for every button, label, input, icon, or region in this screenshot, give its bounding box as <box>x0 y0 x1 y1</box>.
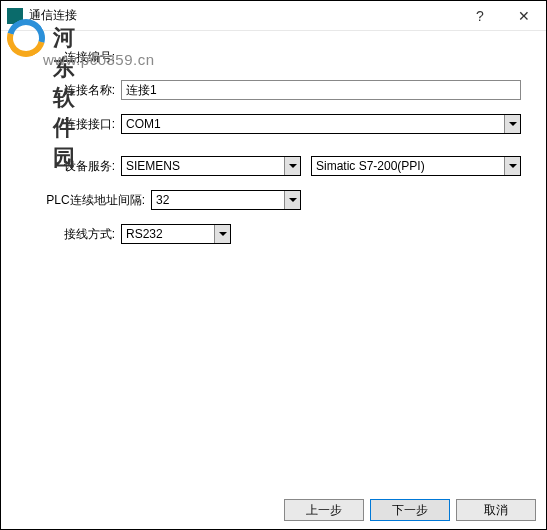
cancel-button[interactable]: 取消 <box>456 499 536 521</box>
conn-name-input[interactable] <box>121 80 521 100</box>
chevron-down-icon[interactable] <box>284 157 300 175</box>
wiring-mode-label: 接线方式: <box>21 226 121 243</box>
window-title: 通信连接 <box>29 7 458 24</box>
device-service-value: SIEMENS <box>122 159 284 173</box>
plc-addr-interval-value: 32 <box>152 193 284 207</box>
chevron-down-icon[interactable] <box>504 115 520 133</box>
wiring-mode-value: RS232 <box>122 227 214 241</box>
conn-port-label: 连接接口: <box>21 116 121 133</box>
row-wiring-mode: 接线方式: RS232 <box>21 224 526 244</box>
conn-number-label: 连接编号: <box>21 49 121 66</box>
chevron-down-icon[interactable] <box>504 157 520 175</box>
row-conn-number: 连接编号: <box>21 49 526 66</box>
row-plc-addr-interval: PLC连续地址间隔: 32 <box>21 190 526 210</box>
row-device-service: 设备服务: SIEMENS Simatic S7-200(PPI) <box>21 156 526 176</box>
chevron-down-icon[interactable] <box>284 191 300 209</box>
conn-name-label: 连接名称: <box>21 82 121 99</box>
device-model-select[interactable]: Simatic S7-200(PPI) <box>311 156 521 176</box>
row-conn-port: 连接接口: COM1 <box>21 114 526 134</box>
close-button[interactable]: ✕ <box>502 1 546 31</box>
titlebar: 通信连接 ? ✕ <box>1 1 546 31</box>
row-conn-name: 连接名称: <box>21 80 526 100</box>
footer-buttons: 上一步 下一步 取消 <box>284 499 536 521</box>
conn-port-select[interactable]: COM1 <box>121 114 521 134</box>
form-content: 连接编号: 连接名称: 连接接口: COM1 设备服务: SIEMENS Sim… <box>1 31 546 244</box>
device-service-select[interactable]: SIEMENS <box>121 156 301 176</box>
next-button[interactable]: 下一步 <box>370 499 450 521</box>
plc-addr-interval-select[interactable]: 32 <box>151 190 301 210</box>
plc-addr-interval-label: PLC连续地址间隔: <box>21 192 151 209</box>
titlebar-buttons: ? ✕ <box>458 1 546 31</box>
chevron-down-icon[interactable] <box>214 225 230 243</box>
help-button[interactable]: ? <box>458 1 502 31</box>
device-model-value: Simatic S7-200(PPI) <box>312 159 504 173</box>
conn-port-value: COM1 <box>122 117 504 131</box>
prev-button[interactable]: 上一步 <box>284 499 364 521</box>
wiring-mode-select[interactable]: RS232 <box>121 224 231 244</box>
device-service-label: 设备服务: <box>21 158 121 175</box>
app-icon <box>7 8 23 24</box>
